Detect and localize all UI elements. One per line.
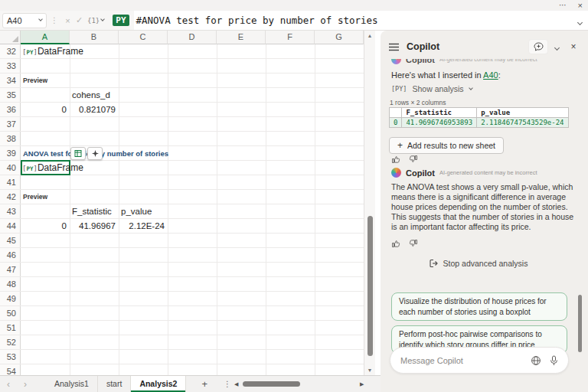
hscroll-left-icon[interactable]: ◀ [234, 381, 238, 387]
show-analysis-chevron-icon [469, 86, 473, 90]
plus-icon: + [397, 140, 403, 151]
grid-cell-b36[interactable]: 0.821079 [70, 103, 119, 117]
window-close-icon[interactable]: × [578, 0, 583, 11]
grid-cell-c44[interactable]: 2.12E-24 [119, 219, 168, 234]
table-data-row: 041.96967469538932.11846747543529e-24 [390, 118, 569, 128]
row-header-50[interactable]: 50 [0, 306, 21, 321]
grid-cell-b35[interactable]: cohens_d [72, 88, 110, 103]
row-header-33[interactable]: 33 [0, 59, 21, 74]
add-results-button[interactable]: + Add results to new sheet [389, 137, 504, 154]
row-header-45[interactable]: 45 [0, 234, 21, 248]
column-header-a[interactable]: A [21, 31, 70, 44]
row-header-36[interactable]: 36 [0, 103, 21, 117]
row-header-47[interactable]: 47 [0, 263, 21, 277]
next-sheet-icon[interactable]: › [17, 379, 34, 390]
gridline [0, 335, 364, 335]
copilot-scrollbar-thumb[interactable] [578, 295, 582, 352]
hscroll-thumb[interactable] [243, 381, 300, 387]
column-header-e[interactable]: E [217, 31, 266, 44]
row-header-54[interactable]: 54 [0, 364, 21, 375]
show-analysis-toggle[interactable]: [PY] Show analysis [391, 84, 472, 93]
show-analysis-label: Show analysis [412, 84, 463, 93]
message-input[interactable]: Message Copilot [390, 347, 569, 374]
sheet-tab-analysis1[interactable]: Analysis1 [46, 376, 98, 392]
stop-analysis-button[interactable]: Stop advanced analysis [381, 259, 576, 268]
row-header-38[interactable]: 38 [0, 132, 21, 146]
row-header-40[interactable]: 40 [0, 161, 21, 175]
web-search-icon[interactable] [531, 355, 541, 366]
spreadsheet-grid: ABCDEFG323334353637383940414243444546474… [0, 31, 364, 375]
cancel-icon[interactable]: × [62, 16, 74, 25]
row-header-37[interactable]: 37 [0, 117, 21, 132]
gridline [0, 305, 364, 306]
thumbs-down-icon[interactable] [409, 239, 418, 248]
row-header-46[interactable]: 46 [0, 248, 21, 263]
cell-reference-link[interactable]: A40 [483, 70, 498, 80]
scroll-up-icon[interactable]: ▲ [364, 33, 375, 38]
gridline [0, 73, 364, 74]
gridline [0, 247, 364, 248]
column-header-f[interactable]: F [266, 31, 315, 44]
copilot-close-icon[interactable]: × [565, 41, 582, 52]
row-header-44[interactable]: 44 [0, 219, 21, 234]
grid-cell-b43[interactable]: F_statistic [72, 204, 112, 219]
grid-cell-b44[interactable]: 41.96967 [70, 219, 119, 234]
grid-cell-a42[interactable]: Preview [23, 190, 47, 204]
enter-icon[interactable]: ✓ [74, 15, 85, 25]
row-header-39[interactable]: 39 [0, 146, 21, 161]
row-header-41[interactable]: 41 [0, 175, 21, 190]
prev-sheet-icon[interactable]: ‹ [0, 379, 17, 390]
sheet-tab-analysis2[interactable]: Analysis2 [131, 376, 186, 392]
thumbs-down-icon[interactable] [409, 155, 418, 164]
more-options-icon[interactable]: ⋯ [559, 0, 567, 11]
column-header-d[interactable]: D [168, 31, 217, 44]
row-header-48[interactable]: 48 [0, 277, 21, 292]
gridline [0, 291, 364, 292]
row-header-32[interactable]: 32 [0, 44, 21, 59]
suggestion-chip[interactable]: Visualize the distribution of house pric… [391, 292, 567, 321]
formula-input[interactable]: #ANOVA test for price by number of stori… [134, 11, 571, 30]
table-caption: 1 rows × 2 columns [390, 99, 446, 106]
row-header-34[interactable]: 34 [0, 74, 21, 88]
formula-bar-expand[interactable] [571, 11, 588, 30]
row-header-52[interactable]: 52 [0, 335, 21, 350]
grid-vertical-scrollbar[interactable]: ▲ ▼ [364, 31, 375, 375]
thumbs-up-icon[interactable] [391, 155, 400, 164]
select-all-corner[interactable] [0, 31, 21, 44]
grid-cell-a40[interactable]: [PY]DataFrame [22, 161, 83, 175]
menu-icon[interactable] [389, 43, 399, 51]
new-chat-button[interactable] [528, 39, 548, 54]
row-header-35[interactable]: 35 [0, 88, 21, 103]
thumbs-up-icon[interactable] [391, 239, 400, 248]
mic-icon[interactable] [550, 355, 558, 366]
python-object-dropdown-icon[interactable]: {1} [87, 17, 100, 24]
scroll-down-icon[interactable]: ▼ [364, 368, 375, 373]
py-output-icon: [PY] [391, 85, 407, 93]
name-box[interactable]: A40 [2, 13, 47, 28]
sheet-tab-start[interactable]: start [98, 376, 131, 392]
grid-cell-a44[interactable]: 0 [21, 219, 70, 234]
insert-data-button[interactable] [70, 147, 86, 160]
scrolled-message-header: Copilot AI-generated content may be inco… [391, 59, 573, 67]
table-data-cell: 2.11846747543529e-24 [477, 118, 568, 128]
collapse-panel-icon[interactable] [548, 41, 565, 52]
row-header-43[interactable]: 43 [0, 204, 21, 219]
column-header-c[interactable]: C [119, 31, 168, 44]
column-header-g[interactable]: G [315, 31, 364, 44]
hscroll-right-icon[interactable]: ▶ [360, 381, 364, 387]
cell-text: DataFrame [38, 162, 83, 173]
add-sheet-button[interactable]: + [201, 378, 207, 390]
row-header-51[interactable]: 51 [0, 321, 21, 335]
column-header-b[interactable]: B [70, 31, 119, 44]
grid-vscroll-thumb[interactable] [368, 216, 373, 356]
sheet-options-icon[interactable]: ⋮ [224, 380, 231, 388]
result-table: F_statisticp_value041.96967469538932.118… [389, 107, 569, 128]
row-header-49[interactable]: 49 [0, 292, 21, 306]
row-header-42[interactable]: 42 [0, 190, 21, 204]
analyze-button[interactable] [87, 147, 103, 160]
grid-cell-c43[interactable]: p_value [121, 204, 152, 219]
grid-cell-a34[interactable]: Preview [23, 74, 47, 88]
grid-cell-a36[interactable]: 0 [21, 103, 70, 117]
row-header-53[interactable]: 53 [0, 350, 21, 364]
grid-cell-a32[interactable]: [PY]DataFrame [22, 44, 83, 59]
